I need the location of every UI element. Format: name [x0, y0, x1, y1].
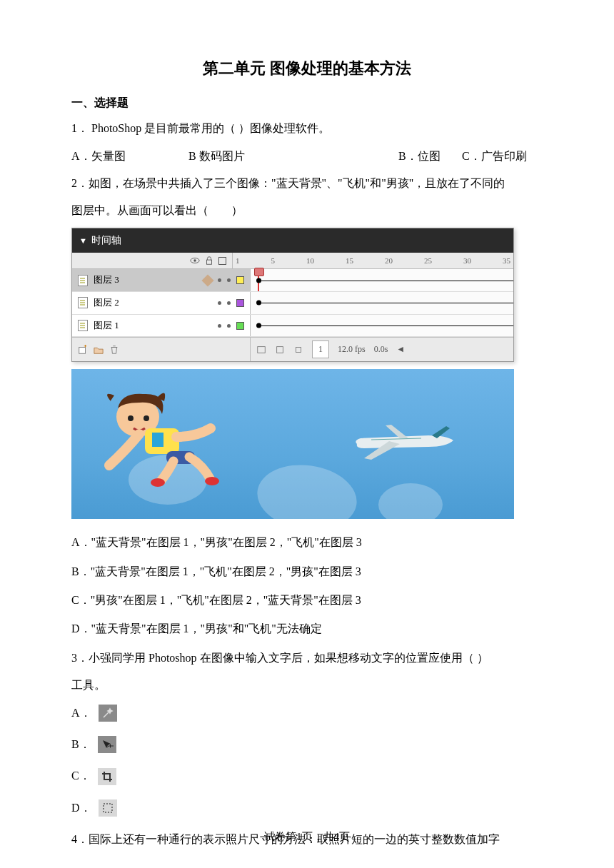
new-folder-icon [94, 345, 104, 355]
svg-point-13 [205, 477, 219, 485]
dot-icon [218, 324, 221, 328]
opt-label: C． [71, 765, 91, 787]
opt-label: B． [71, 734, 91, 755]
tick: 35 [503, 253, 510, 268]
color-swatch [236, 276, 244, 284]
color-swatch [236, 299, 244, 307]
q2-opt-b: B．"蓝天背景"在图层 1，"飞机"在图层 2，"男孩"在图层 3 [71, 561, 543, 582]
loop-icon [293, 345, 303, 355]
tick: 20 [385, 253, 393, 268]
layer-icon [78, 297, 88, 308]
layer-row-1: 图层 1 [72, 315, 513, 338]
svg-rect-5 [277, 346, 283, 353]
layer-icon [78, 275, 88, 286]
timeline-title: 时间轴 [91, 231, 121, 251]
timeline-footer: 1 12.0 fps 0.0s ◄ [72, 337, 513, 361]
dot-icon [227, 278, 231, 282]
tick: 30 [463, 253, 471, 268]
new-layer-icon [78, 345, 88, 355]
layer-icon [78, 320, 88, 331]
q1-opt-c: C．广告印刷 [462, 146, 527, 167]
q1-opt-b2: B．位图 [398, 146, 459, 167]
svg-rect-11 [152, 433, 163, 447]
current-frame: 1 [312, 340, 329, 358]
tick: 10 [306, 253, 314, 268]
q2-line2: 图层中。从画面可以看出（ ） [71, 200, 543, 221]
svg-rect-15 [104, 804, 112, 812]
layer-row-3: 图层 3 [72, 269, 513, 292]
q3-opt-a: A． [71, 702, 543, 724]
q3-line2: 工具。 [71, 675, 543, 696]
boy-character [96, 387, 225, 487]
q2-opt-d: D．"蓝天背景"在图层 1，"男孩"和"飞机"无法确定 [71, 618, 543, 640]
frame-ruler: 1 5 10 15 20 25 30 35 [233, 253, 513, 268]
tick: 25 [424, 253, 432, 268]
cloud-shape [253, 459, 361, 519]
page-footer: 试卷第1页，共4页 [0, 827, 614, 847]
dot-icon [218, 278, 221, 282]
color-swatch [236, 322, 244, 330]
tick: 15 [346, 253, 353, 268]
pencil-icon [202, 274, 214, 286]
eye-icon [190, 256, 200, 266]
crop-tool-icon [98, 768, 116, 785]
q1-opt-a: A．矢量图 [71, 146, 186, 167]
cloud-shape [378, 483, 443, 519]
svg-point-9 [144, 415, 149, 421]
q3-line1: 3．小强同学用 Photoshop 在图像中输入文字后，如果想移动文字的位置应使… [71, 647, 543, 669]
timeline-columns: 1 5 10 15 20 25 30 35 [72, 253, 513, 269]
q2-opt-a: A．"蓝天背景"在图层 1，"男孩"在图层 2，"飞机"在图层 3 [71, 532, 543, 553]
svg-point-14 [151, 478, 165, 487]
layer-label: 图层 1 [94, 317, 212, 335]
collapse-icon: ▼ [79, 233, 87, 248]
svg-rect-6 [296, 347, 301, 352]
layer-label: 图层 3 [94, 271, 198, 289]
svg-point-1 [193, 260, 196, 263]
outline-icon [218, 257, 226, 265]
timeline-panel: ▼ 时间轴 1 5 10 15 20 25 30 35 图层 3 [71, 228, 514, 362]
fps-label: 12.0 fps [338, 341, 366, 358]
dot-icon [227, 324, 231, 328]
q1-opt-b1: B 数码图片 [188, 146, 396, 167]
tick: 5 [271, 253, 276, 268]
q1-text: 1． PhotoShop 是目前最常用的（ ）图像处理软件。 [71, 118, 543, 139]
dot-icon [227, 301, 231, 305]
trash-icon [109, 345, 119, 355]
q3-opt-d: D． [71, 797, 543, 819]
lock-icon [204, 256, 214, 266]
svg-point-8 [128, 415, 134, 421]
airplane [350, 423, 457, 462]
timeline-header: ▼ 时间轴 [72, 228, 513, 253]
q1-options: A．矢量图 B 数码图片 B．位图 C．广告印刷 [71, 146, 543, 167]
svg-rect-3 [79, 347, 86, 353]
svg-rect-2 [207, 260, 212, 264]
section-header: 一、选择题 [71, 92, 543, 113]
layer-label: 图层 2 [94, 294, 212, 312]
dot-icon [218, 301, 221, 305]
time-label: 0.0s [374, 341, 388, 358]
q3-opt-b: B． [71, 734, 543, 755]
layer-row-2: 图层 2 [72, 292, 513, 315]
magic-wand-icon [99, 705, 117, 722]
scene-preview [71, 369, 514, 519]
opt-label: D． [71, 797, 91, 819]
onion-icon [275, 345, 285, 355]
svg-rect-4 [258, 346, 266, 353]
q3-opt-c: C． [71, 765, 543, 787]
move-tool-icon [98, 736, 116, 753]
q2-opt-c: C．"男孩"在图层 1，"飞机"在图层 2，"蓝天背景"在图层 3 [71, 590, 543, 611]
scroll-left-icon: ◄ [396, 341, 405, 358]
page-title: 第二单元 图像处理的基本方法 [71, 54, 543, 84]
opt-label: A． [71, 702, 91, 724]
q2-line1: 2．如图，在场景中共插入了三个图像："蓝天背景"、"飞机"和"男孩"，且放在了不… [71, 173, 543, 194]
layer-column-header [72, 253, 233, 268]
marquee-tool-icon [99, 799, 117, 817]
tick: 1 [236, 253, 240, 268]
goto-icon [256, 345, 266, 355]
